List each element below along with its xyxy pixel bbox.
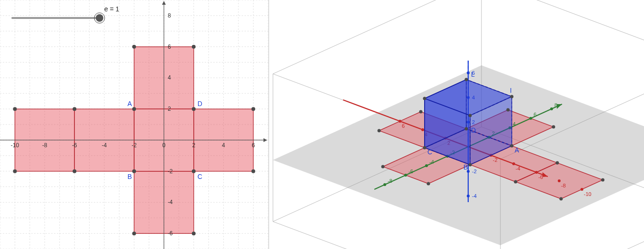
point-label-C: C: [427, 148, 432, 156]
axis-tick-label: -2: [472, 169, 477, 174]
x-tick-label: 4: [222, 142, 225, 149]
vertex-point[interactable]: [73, 107, 76, 111]
vertex-point-3d[interactable]: [552, 125, 555, 129]
y-tick-label: -4: [168, 199, 173, 205]
vertex-point-3d[interactable]: [601, 178, 605, 182]
axis-tick: [399, 120, 401, 123]
vertex-point-3d[interactable]: [510, 144, 514, 148]
axis-tick-label: -6: [408, 169, 413, 174]
vertex-point[interactable]: [132, 231, 136, 235]
panel-3d-graph[interactable]: -10-8-6-4-2246-8-6-4-22468-4-2246ABCDIL: [269, 0, 644, 249]
vertex-point-3d[interactable]: [560, 197, 563, 201]
point-label-C: C: [198, 173, 202, 180]
vertex-point-3d[interactable]: [381, 165, 385, 169]
vertex-point[interactable]: [132, 107, 136, 111]
axis-tick: [467, 195, 470, 197]
point-label-A: A: [515, 146, 519, 154]
x-tick-label: 6: [252, 142, 255, 149]
axis-tick-label: 6: [402, 123, 405, 129]
axis-tick-label: -4: [516, 166, 520, 171]
vertex-point[interactable]: [252, 169, 255, 173]
x-tick-label: -8: [42, 142, 47, 149]
axis-tick-label: -6: [538, 174, 543, 180]
axis-tick: [550, 107, 553, 110]
vertex-point[interactable]: [192, 169, 196, 173]
cube-vertex[interactable]: [423, 97, 426, 100]
point-label-I: I: [510, 87, 512, 94]
bounding-box-edge: [481, 0, 644, 64]
y-tick-label: 8: [168, 12, 171, 19]
slider-label: e = 1: [104, 5, 119, 13]
x-tick-label: 0: [163, 142, 166, 149]
point-label-B: B: [127, 173, 132, 180]
slider-thumb[interactable]: [96, 14, 103, 22]
x-tick-label: -10: [11, 142, 19, 149]
y-tick-label: 4: [168, 74, 171, 81]
cube-vertex[interactable]: [469, 114, 472, 117]
vertex-point[interactable]: [132, 169, 136, 173]
cube-vertex[interactable]: [510, 95, 514, 98]
vertex-point[interactable]: [252, 107, 255, 111]
axis-tick-label: 8: [554, 102, 557, 108]
vertex-point[interactable]: [73, 169, 76, 173]
y-tick-label: -2: [168, 168, 173, 175]
vertex-point-3d[interactable]: [469, 163, 472, 167]
arrow-icon: [263, 138, 267, 142]
panel-2d-graph[interactable]: -10-8-6-4-202468642-2-4-6ABCDe = 1: [0, 0, 269, 249]
axis-tick: [467, 71, 470, 74]
vertex-point-3d[interactable]: [423, 146, 426, 150]
axis-tick-label: -10: [584, 191, 591, 197]
point-label-L: L: [471, 71, 475, 78]
y-tick-label: 2: [168, 106, 171, 112]
x-tick-label: -6: [72, 142, 77, 149]
vertex-point-3d[interactable]: [514, 180, 517, 184]
point-label-B: B: [463, 163, 468, 171]
vertex-point[interactable]: [192, 45, 196, 49]
axis-tick: [404, 174, 407, 177]
vertex-point-3d[interactable]: [507, 108, 510, 112]
axis-tick: [581, 188, 583, 191]
cube-vertex[interactable]: [465, 78, 468, 81]
axis-tick-label: -4: [472, 193, 477, 199]
axis-tick-label: -4: [429, 159, 434, 165]
axis-tick-label: -8: [561, 183, 566, 188]
axis-tick-label: -2: [493, 157, 498, 163]
axis-tick: [383, 183, 386, 186]
axis-tick-label: 6: [534, 112, 536, 117]
axis-tick: [421, 128, 424, 131]
axis-tick-label: -8: [388, 178, 392, 184]
vertex-point-3d[interactable]: [427, 182, 430, 186]
vertex-point-3d[interactable]: [419, 110, 423, 114]
vertex-point-3d[interactable]: [378, 129, 381, 133]
axis-tick: [425, 164, 428, 167]
vertex-point[interactable]: [13, 169, 17, 173]
vertex-point[interactable]: [192, 107, 196, 111]
x-tick-label: -2: [132, 142, 137, 149]
x-tick-label: 2: [192, 142, 195, 149]
axis-tick: [529, 117, 532, 120]
vertex-point-3d[interactable]: [556, 161, 559, 165]
arrow-icon: [162, 1, 166, 5]
y-tick-label: -6: [168, 230, 173, 237]
point-label-D: D: [471, 126, 476, 134]
point-label-A: A: [127, 100, 132, 107]
point-label-D: D: [198, 100, 202, 107]
bounding-box-edge: [273, 0, 481, 74]
vertex-point[interactable]: [192, 231, 196, 235]
vertex-point-3d[interactable]: [465, 127, 468, 131]
axis-tick: [512, 162, 515, 165]
vertex-point[interactable]: [13, 107, 17, 111]
axis-tick: [558, 179, 561, 182]
axis-tick-label: 4: [513, 121, 516, 127]
axis-tick: [535, 171, 538, 174]
x-tick-label: -4: [102, 142, 107, 149]
y-tick-label: 6: [168, 44, 171, 50]
vertex-point[interactable]: [132, 45, 136, 49]
